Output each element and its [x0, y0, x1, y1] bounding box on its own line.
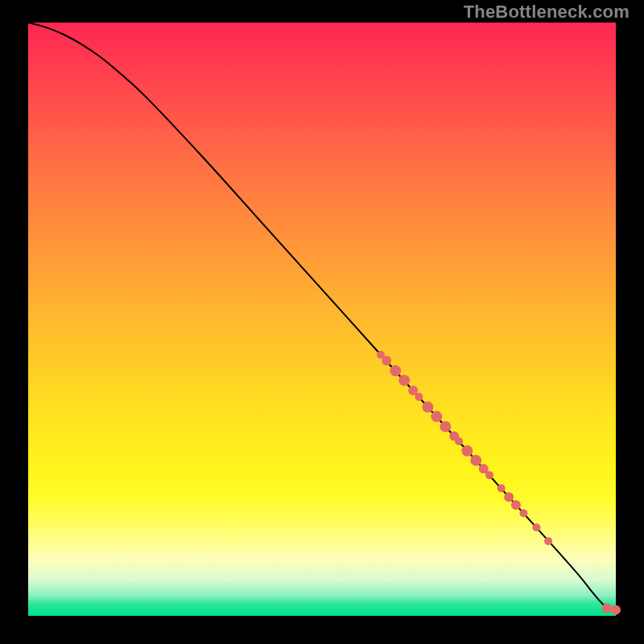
- data-point: [390, 365, 401, 377]
- highlighted-points-group: [377, 351, 621, 615]
- data-point: [504, 493, 514, 502]
- data-point: [440, 421, 451, 432]
- data-point: [611, 605, 621, 615]
- chart-stage: TheBottleneck.com: [0, 0, 644, 644]
- data-point: [532, 523, 540, 531]
- bottleneck-curve: [28, 23, 616, 610]
- data-point: [470, 455, 481, 466]
- data-point: [485, 471, 493, 479]
- data-point: [602, 603, 612, 613]
- attribution-text: TheBottleneck.com: [464, 2, 630, 23]
- data-point: [398, 374, 410, 386]
- data-point: [497, 485, 506, 493]
- data-point: [431, 411, 442, 422]
- data-point: [544, 537, 552, 545]
- data-point: [461, 445, 473, 456]
- plot-area: [28, 23, 616, 616]
- data-point: [415, 393, 423, 401]
- data-point: [519, 510, 527, 518]
- data-point: [511, 500, 521, 510]
- data-point: [382, 356, 391, 365]
- data-point: [455, 437, 463, 445]
- data-point: [422, 402, 433, 413]
- chart-svg: [28, 23, 616, 616]
